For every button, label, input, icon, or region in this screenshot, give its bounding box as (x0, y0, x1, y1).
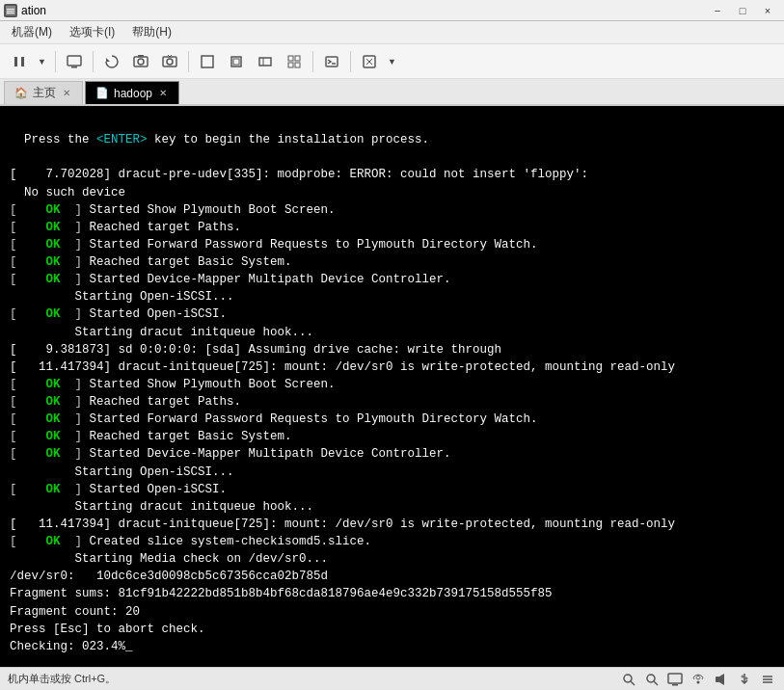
svg-rect-21 (295, 63, 300, 67)
toolbar-terminal-button[interactable] (318, 48, 345, 75)
svg-rect-2 (7, 11, 14, 12)
toolbar-snapshot-button[interactable] (127, 48, 154, 75)
toolbar-resize-button[interactable] (252, 48, 279, 75)
svg-rect-16 (259, 58, 271, 66)
tab-home-close[interactable]: ✕ (61, 88, 72, 98)
statusbar: 机内单击或按 Ctrl+G。 (0, 667, 784, 690)
svg-point-12 (167, 59, 173, 65)
status-icon-search2[interactable] (643, 671, 661, 688)
toolbar: ▼ ▼ (0, 44, 784, 79)
titlebar-buttons: − □ × (705, 1, 780, 20)
maximize-button[interactable]: □ (730, 1, 755, 20)
statusbar-icons (620, 671, 776, 688)
svg-rect-3 (7, 13, 14, 13)
hadoop-icon: 📄 (95, 87, 109, 99)
toolbar-settings-dropdown: ▼ (385, 48, 400, 75)
toolbar-separator-3 (188, 51, 189, 72)
menubar: 机器(M) 选项卡(I) 帮助(H) (0, 21, 784, 44)
titlebar-left: ation (4, 4, 46, 17)
menu-help[interactable]: 帮助(H) (124, 22, 179, 42)
svg-line-28 (631, 681, 635, 685)
minimize-button[interactable]: − (705, 1, 730, 20)
tabs-bar: 🏠 主页 ✕ 📄 hadoop ✕ (0, 79, 784, 106)
statusbar-text: 机内单击或按 Ctrl+G。 (8, 672, 116, 686)
status-icon-menu[interactable] (759, 671, 776, 688)
svg-rect-6 (68, 56, 81, 66)
svg-rect-19 (295, 56, 300, 61)
svg-point-9 (138, 59, 144, 65)
tab-hadoop[interactable]: 📄 hadoop ✕ (85, 81, 179, 104)
toolbar-snapshot2-button[interactable] (156, 48, 183, 75)
status-icon-search1[interactable] (620, 671, 637, 688)
toolbar-pause-dropdown: ▼ (35, 48, 50, 75)
svg-rect-10 (138, 55, 144, 57)
svg-point-29 (647, 675, 655, 682)
toolbar-fullscreen-button[interactable] (223, 48, 250, 75)
status-icon-usb[interactable] (736, 671, 753, 688)
svg-rect-18 (288, 56, 293, 61)
svg-point-27 (624, 675, 632, 682)
window-title: ation (21, 4, 46, 17)
tab-hadoop-close[interactable]: ✕ (157, 88, 169, 98)
status-icon-display[interactable] (666, 671, 684, 688)
svg-point-36 (745, 677, 747, 679)
home-icon: 🏠 (14, 87, 28, 99)
tab-hadoop-label: hadoop (114, 87, 152, 100)
toolbar-reset-button[interactable] (98, 48, 125, 75)
svg-rect-31 (668, 674, 682, 683)
svg-rect-4 (14, 57, 17, 66)
titlebar: ation − □ × (0, 0, 784, 21)
svg-point-33 (697, 680, 700, 683)
toolbar-settings-dropdown-btn[interactable]: ▼ (385, 48, 400, 75)
svg-rect-5 (21, 57, 24, 66)
toolbar-display-button[interactable] (61, 48, 88, 75)
toolbar-seamless-button[interactable] (281, 48, 308, 75)
terminal-output[interactable]: Press the <ENTER> key to begin the insta… (0, 106, 784, 667)
toolbar-separator-1 (55, 51, 56, 72)
tab-home[interactable]: 🏠 主页 ✕ (4, 81, 83, 104)
status-icon-network[interactable] (689, 671, 707, 688)
toolbar-separator-2 (93, 51, 94, 72)
svg-rect-15 (233, 59, 239, 65)
toolbar-pause-button[interactable] (6, 48, 33, 75)
svg-rect-34 (716, 677, 719, 682)
toolbar-settings-button[interactable] (356, 48, 383, 75)
svg-rect-32 (672, 684, 678, 686)
toolbar-separator-4 (312, 51, 313, 72)
svg-point-35 (742, 676, 743, 677)
svg-rect-7 (71, 66, 77, 68)
toolbar-pause-dropdown-btn[interactable]: ▼ (35, 48, 50, 75)
svg-rect-1 (7, 9, 14, 10)
menu-machine[interactable]: 机器(M) (4, 22, 60, 42)
toolbar-separator-5 (350, 51, 351, 72)
toolbar-window-button[interactable] (194, 48, 221, 75)
tab-home-label: 主页 (33, 85, 56, 101)
svg-line-30 (654, 681, 658, 685)
svg-rect-20 (288, 63, 293, 67)
app-icon (4, 4, 17, 17)
status-icon-audio[interactable] (713, 671, 730, 688)
close-button[interactable]: × (755, 1, 780, 20)
menu-tabs[interactable]: 选项卡(I) (62, 22, 122, 42)
svg-rect-13 (202, 56, 213, 67)
